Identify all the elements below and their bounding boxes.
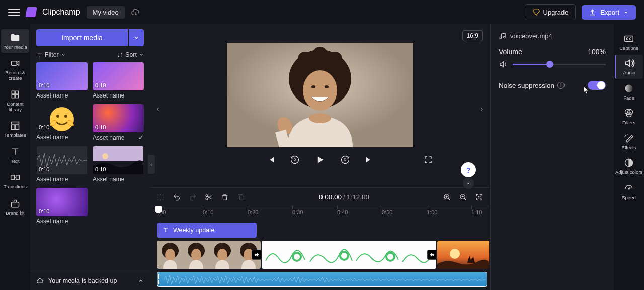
split-button[interactable] (204, 192, 213, 202)
rail-text[interactable]: Text (1, 143, 29, 167)
help-button[interactable]: ? (461, 162, 476, 177)
media-asset[interactable]: 0:10Asset name (36, 146, 88, 183)
svg-rect-1 (12, 91, 15, 94)
volume-slider[interactable] (513, 64, 606, 65)
cloud-icon (36, 277, 44, 285)
asset-thumbnail: 0:10 (36, 188, 88, 216)
audio-clip[interactable] (157, 272, 487, 287)
rail-content-library[interactable]: Content library (1, 86, 29, 115)
export-button[interactable]: Export (582, 5, 636, 20)
next-clip-arrow[interactable]: › (477, 104, 487, 114)
ruler-mark: 0:30 (292, 209, 303, 215)
rail-label: Text (11, 159, 19, 164)
rail-adjust-colors[interactable]: Adjust colors (615, 154, 643, 178)
rail-your-media[interactable]: Your media (1, 29, 29, 53)
rail-captions[interactable]: Captions (615, 30, 643, 54)
import-media-button[interactable]: Import media (36, 29, 128, 46)
rail-label: Your media (3, 45, 27, 50)
upgrade-label: Upgrade (543, 9, 569, 16)
rewind-5-button[interactable]: 5 (289, 154, 300, 165)
svg-point-12 (50, 107, 74, 131)
noise-suppression-toggle[interactable] (588, 81, 606, 90)
zoom-in-button[interactable] (443, 192, 452, 202)
rail-templates[interactable]: Templates (1, 117, 29, 141)
svg-rect-3 (12, 95, 15, 98)
video-clip-1[interactable] (157, 241, 261, 269)
clip-handle[interactable] (158, 274, 163, 284)
asset-duration: 0:10 (39, 166, 49, 172)
rail-filters[interactable]: Filters (615, 105, 643, 128)
transition-badge[interactable] (427, 250, 436, 260)
music-note-icon (499, 32, 506, 40)
media-asset[interactable]: 0:10Asset name (93, 146, 144, 183)
right-rail: Captions Audio Fade Filters Effects Adju… (614, 24, 644, 290)
text-clip[interactable]: Weekly update (157, 223, 257, 238)
preview-canvas[interactable] (227, 43, 413, 147)
transition-badge[interactable] (252, 250, 261, 260)
svg-rect-9 (16, 175, 20, 179)
forward-5-button[interactable]: 5 (340, 154, 351, 165)
collapse-preview-button[interactable] (463, 178, 474, 189)
skip-end-button[interactable] (364, 154, 375, 165)
cloud-sync-icon[interactable] (131, 7, 141, 17)
asset-name: Asset name (36, 218, 68, 225)
speaker-icon[interactable] (499, 60, 508, 69)
skip-start-button[interactable] (265, 154, 276, 165)
upgrade-button[interactable]: Upgrade (525, 4, 576, 20)
backup-status-bar[interactable]: Your media is backed up (30, 271, 150, 290)
svg-point-48 (450, 249, 460, 259)
asset-thumbnail: 0:10 (36, 146, 88, 174)
delete-button[interactable] (220, 192, 229, 202)
play-button[interactable] (313, 154, 327, 165)
rail-label: Content library (1, 102, 29, 112)
prev-clip-arrow[interactable]: ‹ (153, 104, 163, 114)
rail-brand-kit[interactable]: Brand kit (1, 195, 29, 219)
project-name-input[interactable]: My video (87, 6, 125, 19)
svg-point-34 (206, 198, 208, 200)
timeline-ruler[interactable]: :000:100:200:300:400:501:001:10 (150, 206, 490, 220)
timecode-display: 0:00.00/1:12.00 (319, 193, 369, 201)
zoom-out-button[interactable] (459, 192, 468, 202)
fullscreen-button[interactable] (423, 154, 434, 165)
collapse-media-panel-button[interactable]: ‹ (148, 155, 155, 174)
volume-slider-thumb[interactable] (546, 61, 553, 68)
filter-label: Filter (45, 51, 59, 58)
info-icon[interactable]: i (557, 82, 565, 89)
rail-fade[interactable]: Fade (615, 80, 643, 104)
sort-button[interactable]: Sort (117, 51, 144, 58)
svg-point-22 (291, 64, 303, 76)
svg-point-52 (625, 84, 633, 92)
import-dropdown-button[interactable] (129, 29, 144, 46)
media-asset[interactable]: 0:10Asset name✓ (93, 104, 144, 141)
asset-duration: 0:10 (95, 166, 106, 172)
camera-icon (10, 58, 21, 69)
rail-transitions[interactable]: Transitions (1, 169, 29, 192)
rail-record-create[interactable]: Record & create (1, 55, 29, 84)
media-asset[interactable]: 0:10Asset name (36, 104, 88, 141)
diamond-icon (532, 8, 540, 16)
media-asset[interactable]: 0:10Asset name (36, 188, 88, 225)
video-clip-2[interactable] (262, 241, 436, 269)
preview-image (227, 43, 413, 147)
menu-button[interactable] (8, 6, 20, 18)
aspect-ratio-button[interactable]: 16:9 (462, 30, 483, 41)
playhead[interactable] (155, 206, 162, 213)
video-track (157, 241, 490, 269)
zoom-fit-button[interactable] (475, 192, 484, 202)
rail-audio[interactable]: Audio (615, 55, 643, 78)
media-asset[interactable]: 0:10Asset name (36, 62, 88, 99)
asset-thumbnail: 0:10 (36, 62, 88, 90)
rail-speed[interactable]: Speed (615, 179, 643, 203)
rail-label: Speed (622, 195, 635, 200)
filters-icon (623, 108, 634, 119)
svg-point-28 (311, 85, 315, 88)
rail-effects[interactable]: Effects (615, 130, 643, 153)
undo-button[interactable] (172, 192, 181, 202)
svg-point-14 (64, 115, 67, 118)
filter-button[interactable]: Filter (36, 51, 66, 58)
media-asset[interactable]: 0:10Asset name (93, 62, 144, 99)
ruler-mark: 1:10 (471, 209, 482, 215)
svg-point-18 (102, 153, 108, 159)
ruler-mark: 0:10 (203, 209, 213, 215)
video-clip-3[interactable] (437, 241, 489, 269)
